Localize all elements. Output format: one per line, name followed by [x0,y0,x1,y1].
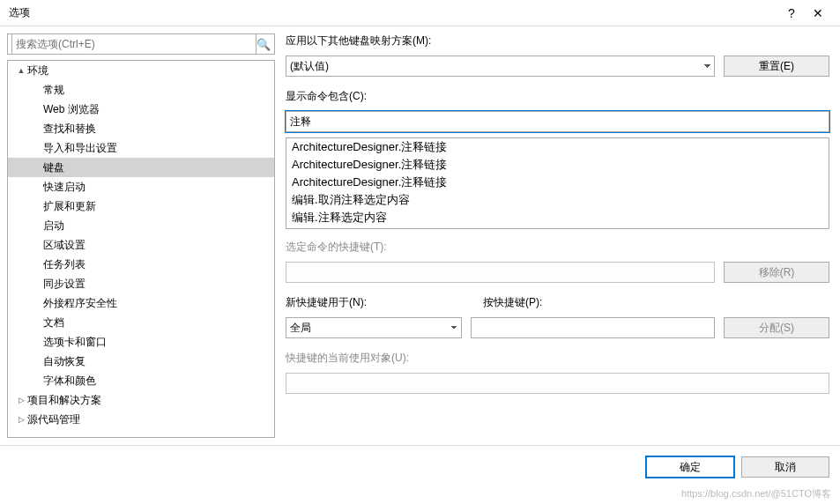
left-panel: 🔍 ▲ 环境 常规 Web 浏览器 查找和替换 导入和导出设置 键盘 快速启动 … [0,26,282,445]
titlebar: 选项 ? ✕ [0,0,840,26]
ok-button[interactable]: 确定 [646,456,734,478]
cancel-button[interactable]: 取消 [741,456,829,478]
reset-button[interactable]: 重置(E) [724,56,829,77]
assign-button: 分配(S) [724,317,829,338]
tree-node-sourcecontrol[interactable]: ▷ 源代码管理 [8,410,274,429]
new-shortcut-scope-label: 新快捷键用于(N): [286,295,462,310]
scheme-label: 应用以下其他键盘映射方案(M): [286,33,829,48]
close-button[interactable]: ✕ [805,6,831,20]
tree-item[interactable]: 任务列表 [8,255,274,274]
tree-item[interactable]: 选项卡和窗口 [8,332,274,352]
commands-listbox[interactable]: ArchitectureDesigner.注释链接 ArchitectureDe… [286,137,829,229]
current-usage-label: 快捷键的当前使用对象(U): [286,351,829,366]
press-shortcut-label: 按快捷键(P): [483,295,702,310]
command-item[interactable]: ArchitectureDesigner.注释链接 [286,138,829,156]
tree-node-environment[interactable]: ▲ 环境 [8,61,274,80]
command-item[interactable]: 编辑.取消注释选定内容 [286,191,829,209]
tree-item[interactable]: 扩展和更新 [8,196,274,216]
current-usage-select [286,373,829,394]
tree-node-projects[interactable]: ▷ 项目和解决方案 [8,390,274,410]
tree-item[interactable]: 常规 [8,80,274,100]
remove-button: 移除(R) [724,262,829,283]
command-item[interactable]: ArchitectureDesigner.注释链接 [286,174,829,191]
command-item[interactable]: 编辑.注释选定内容 [286,209,829,226]
search-options-wrap: 🔍 [7,33,275,55]
tree-item[interactable]: 导入和导出设置 [8,138,274,158]
tree-item[interactable]: 自动恢复 [8,352,274,371]
tree-item[interactable]: 快速启动 [8,177,274,196]
new-shortcut-scope-select[interactable]: 全局 [286,317,462,338]
search-options-input[interactable] [11,33,256,55]
tree-item[interactable]: 外接程序安全性 [8,293,274,313]
press-shortcut-input[interactable] [471,317,715,338]
selected-shortcut-label: 选定命令的快捷键(T): [286,240,829,255]
right-panel: 应用以下其他键盘映射方案(M): (默认值) 重置(E) 显示命令包含(C): … [282,26,840,445]
dialog-title: 选项 [9,5,778,20]
scheme-select[interactable]: (默认值) [286,56,715,77]
tree-item[interactable]: Web 浏览器 [8,100,274,119]
show-commands-input[interactable] [286,111,829,132]
tree-item[interactable]: 字体和颜色 [8,371,274,390]
search-icon: 🔍 [256,38,271,51]
tree-item[interactable]: 文档 [8,313,274,332]
tree-item[interactable]: 启动 [8,216,274,235]
chevron-down-icon: ▲ [15,66,27,75]
tree-item[interactable]: 查找和替换 [8,119,274,138]
watermark: https://blog.csdn.net/@51CTO博客 [681,487,831,500]
chevron-right-icon: ▷ [15,415,27,424]
chevron-right-icon: ▷ [15,396,27,404]
help-button[interactable]: ? [778,6,805,20]
options-tree[interactable]: ▲ 环境 常规 Web 浏览器 查找和替换 导入和导出设置 键盘 快速启动 扩展… [7,60,275,438]
command-item[interactable]: ArchitectureDesigner.注释链接 [286,156,829,174]
tree-item-keyboard[interactable]: 键盘 [8,158,274,177]
show-commands-label: 显示命令包含(C): [286,89,829,104]
tree-item[interactable]: 区域设置 [8,235,274,255]
tree-item[interactable]: 同步设置 [8,274,274,293]
selected-shortcut-select [286,262,715,283]
dialog-footer: 确定 取消 [0,445,840,488]
